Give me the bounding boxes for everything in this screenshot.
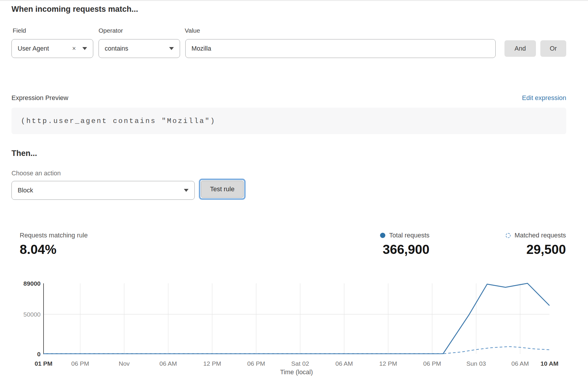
clear-field-icon[interactable]: × [71,45,77,52]
matched-requests-label: Matched requests [514,232,566,239]
requests-chart: 0500008900001 PM06 PMNov06 AM12 PM06 PMS… [0,279,588,381]
matched-requests-legend: Matched requests [506,232,566,239]
x-tick-label: 06 AM [159,360,177,367]
value-label: Value [185,27,200,34]
test-rule-focus-ring: Test rule [199,179,246,200]
x-tick-label: 06 PM [423,360,441,367]
chevron-down-icon [82,47,87,50]
x-tick-label: 12 PM [379,360,397,367]
x-tick-label: 06 AM [512,360,529,367]
field-select[interactable]: User Agent × [11,39,93,58]
field-select-value: User Agent [18,45,49,52]
x-tick-label: 06 AM [335,360,353,367]
x-tick-label: 12 PM [203,360,221,367]
operator-label: Operator [99,27,123,34]
operator-select[interactable]: contains [99,39,180,58]
chevron-down-icon [169,47,174,50]
requests-matching-value: 8.04% [20,242,88,257]
total-requests-legend: Total requests [380,232,429,239]
x-tick-label: Sun 03 [466,360,486,367]
operator-select-value: contains [105,45,128,52]
x-tick-label: 06 PM [247,360,265,367]
requests-matching-stat: Requests matching rule 8.04% [20,232,88,257]
or-button[interactable]: Or [540,40,566,57]
x-tick-label: 01 PM [35,360,53,367]
series-line-matched-requests [44,347,549,354]
y-tick-label: 0 [37,351,41,357]
dashed-circle-icon [506,233,511,238]
expression-code-block: (http.user_agent contains "Mozilla") [11,108,566,134]
solid-dot-icon [380,233,385,238]
chevron-down-icon [184,189,189,192]
y-tick-label: 89000 [24,280,41,287]
total-requests-stat: Total requests 366,900 [380,232,429,257]
matched-requests-stat: Matched requests 29,500 [506,232,566,257]
action-select[interactable]: Block [11,181,195,200]
y-tick-label: 50000 [24,311,41,318]
value-input[interactable] [185,39,496,58]
x-axis-title: Time (local) [280,369,313,376]
field-label: Field [13,27,26,34]
total-requests-label: Total requests [389,232,429,239]
choose-action-label: Choose an action [11,170,61,177]
matched-requests-value: 29,500 [506,242,566,257]
test-rule-button[interactable]: Test rule [201,181,244,198]
x-tick-label: 10 AM [540,360,558,367]
edit-expression-link[interactable]: Edit expression [522,94,566,102]
x-tick-label: 06 PM [71,360,89,367]
requests-matching-label: Requests matching rule [20,232,88,239]
firewall-rule-editor: When incoming requests match... Field Op… [0,0,588,381]
and-button[interactable]: And [504,40,536,57]
expression-code: (http.user_agent contains "Mozilla") [21,117,216,125]
then-heading: Then... [11,149,37,158]
match-heading: When incoming requests match... [11,5,138,14]
action-select-value: Block [18,187,33,194]
x-tick-label: Nov [119,360,130,367]
expression-preview-label: Expression Preview [11,94,68,102]
top-divider [0,0,588,1]
x-tick-label: Sat 02 [291,360,309,367]
total-requests-value: 366,900 [380,242,429,257]
series-line-total-requests [44,283,549,354]
